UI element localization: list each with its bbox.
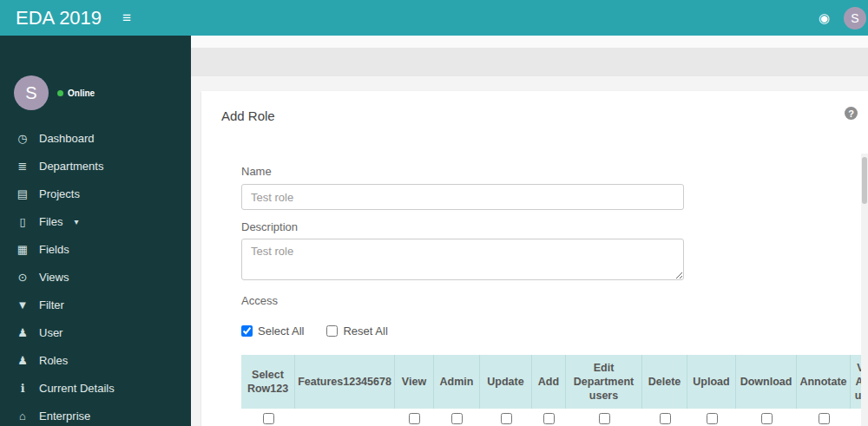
sidebar-item-dashboard[interactable]: ◷ Dashboard <box>0 124 191 152</box>
sidebar-item-label: Current Details <box>39 382 115 395</box>
page-title: Add Role <box>221 108 868 123</box>
sidebar-item-departments[interactable]: ≣ Departments <box>0 152 191 180</box>
delete-checkbox[interactable] <box>660 413 671 424</box>
access-controls: Select All Reset All <box>241 324 684 338</box>
online-dot-icon <box>57 90 63 96</box>
column-header: Upload <box>687 355 736 409</box>
column-header: Features12345678 <box>295 355 395 409</box>
annotate-checkbox[interactable] <box>819 413 830 424</box>
sidebar-item-views[interactable]: ⊙ Views <box>0 263 191 291</box>
departments-icon: ≣ <box>16 160 30 173</box>
reset-all-option: Reset All <box>326 324 387 338</box>
column-header: Select Row123 <box>241 355 295 409</box>
update-checkbox[interactable] <box>501 413 512 424</box>
sidebar-item-files[interactable]: ▯ Files ▾ <box>0 207 191 235</box>
select-all-checkbox[interactable] <box>241 325 253 337</box>
sidebar-item-user[interactable]: ♟ User <box>0 318 191 346</box>
avatar: S <box>14 75 49 110</box>
table-header-row: Select Row123 Features12345678 View Admi… <box>241 355 868 409</box>
column-header: Download <box>736 355 797 409</box>
user-icon: ♟ <box>16 326 30 339</box>
sidebar-item-label: Projects <box>39 187 80 200</box>
admin-checkbox[interactable] <box>451 413 463 424</box>
sidebar-item-label: Dashboard <box>39 132 95 145</box>
sidebar-item-label: User <box>39 326 62 339</box>
column-header: Edit Department users <box>566 355 642 409</box>
add-role-card: Add Role ? Name Description Access Selec… <box>201 91 868 426</box>
user-avatar[interactable]: S <box>844 7 866 29</box>
column-header: Annotate <box>797 355 851 409</box>
column-header: Admin <box>434 355 480 409</box>
projects-icon: ▤ <box>16 187 30 200</box>
brand-title: EDA 2019 <box>0 7 102 29</box>
column-header: Update <box>480 355 532 409</box>
file-icon: ▯ <box>16 215 30 228</box>
main-content: Add Role ? Name Description Access Selec… <box>191 36 868 426</box>
roles-icon: ♟ <box>16 354 30 367</box>
sidebar-item-enterprise[interactable]: ⌂ Enterprise <box>0 402 191 426</box>
page: EDA 2019 ≡ ◉ S S Online ◷ Dashboard ≣ De… <box>0 0 868 426</box>
eye-icon[interactable]: ◉ <box>819 10 830 26</box>
sidebar-menu: ◷ Dashboard ≣ Departments ▤ Projects ▯ F… <box>0 124 191 426</box>
scrollbar-thumb[interactable] <box>862 157 867 204</box>
table-row <box>241 409 868 426</box>
column-header: View <box>395 355 434 409</box>
profile-block: S Online <box>14 75 191 110</box>
sidebar-item-label: Filter <box>39 298 64 311</box>
sidebar-item-fields[interactable]: ▦ Fields <box>0 235 191 263</box>
content-header-band <box>191 48 868 76</box>
column-header: Add <box>532 355 566 409</box>
add-checkbox[interactable] <box>543 413 555 424</box>
topbar-actions: ◉ S <box>819 7 868 29</box>
views-icon: ⊙ <box>16 271 30 284</box>
sidebar-item-current-details[interactable]: ℹ Current Details <box>0 374 191 402</box>
info-icon: ℹ <box>16 382 30 395</box>
sidebar-item-label: Enterprise <box>39 410 90 423</box>
sidebar-item-filter[interactable]: ▼ Filter <box>0 291 191 318</box>
chevron-down-icon: ▾ <box>74 217 78 226</box>
sidebar-item-label: Roles <box>39 354 68 367</box>
column-header: Delete <box>642 355 687 409</box>
description-label: Description <box>241 220 684 233</box>
sidebar-item-label: Files <box>39 215 62 228</box>
edit-department-users-checkbox[interactable] <box>599 413 610 424</box>
description-input[interactable] <box>241 239 684 280</box>
feature-name-cell <box>295 409 395 426</box>
vertical-scrollbar[interactable] <box>861 154 868 426</box>
view-checkbox[interactable] <box>409 413 420 424</box>
online-label: Online <box>68 88 95 98</box>
sidebar-item-roles[interactable]: ♟ Roles <box>0 346 191 374</box>
sidebar-item-label: Fields <box>39 243 69 256</box>
top-gap <box>191 36 868 48</box>
sidebar: S Online ◷ Dashboard ≣ Departments ▤ Pro… <box>0 36 191 426</box>
row-select-checkbox[interactable] <box>263 413 274 424</box>
building-icon: ⌂ <box>16 410 30 423</box>
top-bar: EDA 2019 ≡ ◉ S <box>0 0 868 36</box>
filter-icon: ▼ <box>16 298 30 311</box>
name-label: Name <box>241 165 684 178</box>
upload-checkbox[interactable] <box>707 413 718 424</box>
reset-all-checkbox[interactable] <box>326 325 338 337</box>
help-icon[interactable]: ? <box>845 107 858 120</box>
access-label: Access <box>241 294 684 307</box>
sidebar-item-label: Views <box>39 271 69 284</box>
sidebar-item-label: Departments <box>39 160 103 173</box>
hamburger-icon[interactable]: ≡ <box>122 10 131 27</box>
download-checkbox[interactable] <box>761 413 773 424</box>
sidebar-item-projects[interactable]: ▤ Projects <box>0 180 191 207</box>
reset-all-label: Reset All <box>343 324 387 338</box>
fields-icon: ▦ <box>16 243 30 256</box>
dashboard-icon: ◷ <box>16 132 30 145</box>
online-status: Online <box>57 88 95 98</box>
select-all-option: Select All <box>241 324 304 338</box>
select-all-label: Select All <box>258 324 304 338</box>
add-role-form: Name Description Access Select All Reset… <box>241 165 684 426</box>
access-table: Select Row123 Features12345678 View Admi… <box>241 355 868 426</box>
name-input[interactable] <box>241 184 684 210</box>
